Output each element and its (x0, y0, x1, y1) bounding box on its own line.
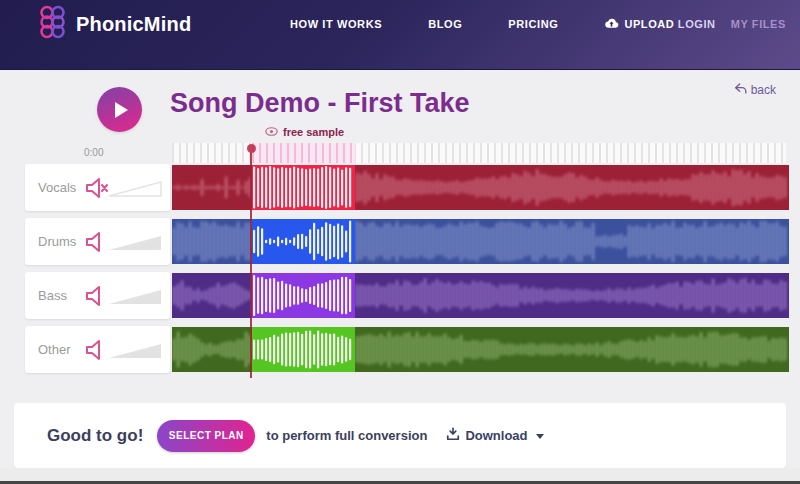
waveform-bass[interactable] (172, 273, 789, 318)
volume-slider[interactable] (108, 343, 162, 359)
eye-icon (265, 126, 278, 138)
waveform-vocals[interactable] (172, 165, 789, 210)
track-label: Drums (38, 234, 84, 249)
page-title: Song Demo - First Take (170, 88, 470, 119)
free-sample-label: free sample (265, 126, 344, 138)
volume-slider[interactable] (108, 181, 162, 197)
time-label: 0:00 (84, 147, 103, 158)
reply-arrow-icon (734, 83, 747, 97)
track-row-vocals: Vocals (0, 164, 800, 211)
track-row-drums: Drums (0, 218, 800, 265)
status-text: Good to go! (47, 426, 143, 446)
free-sample-region[interactable] (252, 143, 355, 163)
play-button[interactable] (97, 87, 142, 132)
footer-description: to perform full conversion (266, 428, 427, 443)
conversion-footer: Good to go! SELECT PLAN to perform full … (14, 403, 786, 468)
login-link[interactable]: LOGIN (678, 18, 716, 30)
brain-logo-icon (38, 4, 68, 44)
play-triangle-icon (115, 102, 128, 118)
track-card: Drums (25, 218, 170, 265)
phonicmind-app: PhonicMind HOW IT WORKS BLOG PRICING UPL… (0, 0, 800, 484)
track-row-other: Other (0, 326, 800, 373)
track-label: Bass (38, 288, 84, 303)
caret-down-icon (536, 434, 544, 439)
track-card: Other (25, 326, 170, 373)
download-dropdown[interactable]: Download (446, 427, 543, 444)
brand-name: PhonicMind (76, 13, 191, 36)
select-plan-button[interactable]: SELECT PLAN (157, 420, 255, 452)
track-row-bass: Bass (0, 272, 800, 319)
bottom-strip (0, 468, 800, 481)
volume-slider[interactable] (108, 289, 162, 305)
top-navbar: PhonicMind HOW IT WORKS BLOG PRICING UPL… (0, 0, 800, 70)
main-nav: HOW IT WORKS BLOG PRICING UPLOAD (290, 0, 674, 48)
cloud-upload-icon (604, 17, 619, 31)
back-link[interactable]: back (734, 83, 776, 97)
waveform-other[interactable] (172, 327, 789, 372)
playhead-dot[interactable] (247, 144, 256, 153)
download-tray-icon (446, 427, 460, 444)
nav-item-pricing[interactable]: PRICING (508, 18, 558, 30)
my-files-link[interactable]: MY FILES (731, 18, 786, 30)
nav-item-how-it-works[interactable]: HOW IT WORKS (290, 18, 382, 30)
waveform-drums[interactable] (172, 219, 789, 264)
nav-account: LOGIN MY FILES (678, 0, 786, 48)
nav-item-upload[interactable]: UPLOAD (604, 17, 674, 31)
playhead[interactable] (250, 146, 252, 378)
timeline-ruler[interactable] (172, 143, 786, 163)
track-label: Other (38, 342, 84, 357)
brand-logo[interactable]: PhonicMind (38, 4, 191, 44)
track-card: Bass (25, 272, 170, 319)
back-label: back (751, 83, 776, 97)
volume-slider[interactable] (108, 235, 162, 251)
nav-item-blog[interactable]: BLOG (428, 18, 462, 30)
track-label: Vocals (38, 180, 84, 195)
track-card: Vocals (25, 164, 170, 211)
